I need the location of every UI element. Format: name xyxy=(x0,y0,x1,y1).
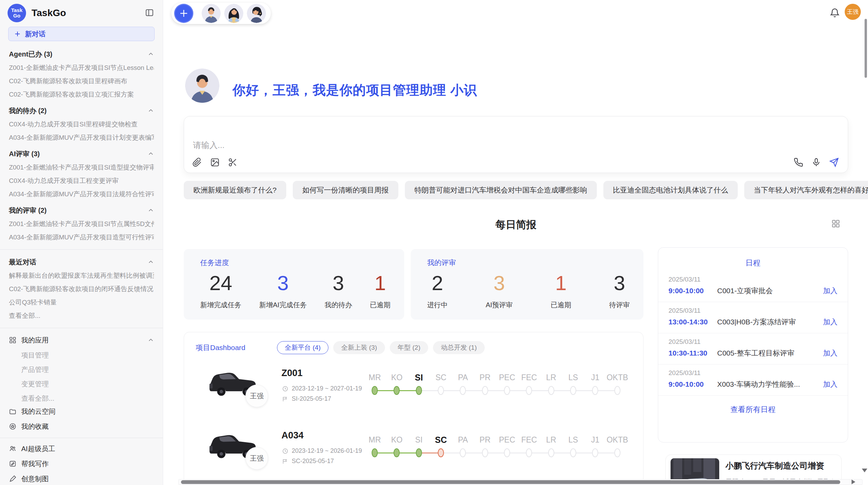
section-agent-done[interactable]: Agent已办 (3) xyxy=(9,50,154,58)
milestone-lr: LR xyxy=(540,433,562,459)
divider xyxy=(0,249,163,250)
project-date-range: 2023-12-19 ~ 2027-01-19 xyxy=(292,385,362,392)
project-dashboard-card: 项目Dashboard 全新平台 (4) 全新上装 (3) 年型 (2) 动总开… xyxy=(184,332,643,485)
milestone-label: FEC xyxy=(518,433,540,447)
cloud-space-label: 我的云空间 xyxy=(21,407,56,416)
tab-powertrain[interactable]: 动总开发 (1) xyxy=(433,341,485,354)
sidebar-item[interactable]: C02-飞腾新能源轻客改款项目里程碑画布 xyxy=(9,77,154,85)
section-recent-chats[interactable]: 最近对话 xyxy=(9,258,154,266)
sidebar-item[interactable]: C02-飞腾新能源轻客改款项目立项汇报方案 xyxy=(9,91,154,98)
sidebar-item[interactable]: C0X4-动力总成开发项目工程变更评审 xyxy=(9,177,154,185)
input-tools-left xyxy=(192,158,238,167)
user-avatar[interactable]: 王强 xyxy=(845,4,861,20)
agent-avatar-2[interactable] xyxy=(224,4,243,23)
join-button[interactable]: 加入 xyxy=(823,348,837,358)
sidebar-item[interactable]: C0X4-动力总成开发项目SI里程碑提交物检查 xyxy=(9,121,154,128)
recent-chat-item[interactable]: 公司Q3轻卡销量 xyxy=(9,299,154,306)
send-icon[interactable] xyxy=(829,158,839,167)
recent-chat-item[interactable]: 查看全部... xyxy=(9,312,154,320)
taskgo-logo: Task Go xyxy=(8,4,26,22)
notification-bell-icon[interactable] xyxy=(830,8,840,18)
horizontal-scrollbar-thumb[interactable] xyxy=(181,480,840,484)
app-title: TaskGo xyxy=(32,8,66,18)
card-title: 我的评审 xyxy=(427,258,630,268)
tab-new-body[interactable]: 全新上装 (3) xyxy=(333,341,385,354)
new-chat-label: 新对话 xyxy=(25,29,46,39)
agent-avatar-3[interactable] xyxy=(247,4,266,23)
app-item-product-mgmt[interactable]: 产品管理 xyxy=(21,366,154,373)
scroll-right-arrow[interactable] xyxy=(852,480,855,484)
milestone-node xyxy=(592,386,598,395)
join-button[interactable]: 加入 xyxy=(823,317,837,327)
schedule-time: 9:00-10:00 xyxy=(668,287,717,295)
sidebar-item[interactable]: Z001-全新燃油轻卡产品开发项目SI造型提交物评审 xyxy=(9,164,154,171)
section-my-todo[interactable]: 我的待办 (2) xyxy=(9,107,154,115)
project-row-a034[interactable]: 王强 A034 2023-12-19 ~ 2026-01-19 SC-2025-… xyxy=(184,422,643,484)
sidebar-item[interactable]: Z001-全新燃油皮卡产品开发项目SI节点Lesson Learn报告 xyxy=(9,64,154,72)
collapse-sidebar-icon[interactable] xyxy=(145,8,154,17)
recent-chat-item[interactable]: C02-飞腾新能源轻客改款项目的闭环通告反馈情况 xyxy=(9,285,154,293)
join-button[interactable]: 加入 xyxy=(823,380,837,389)
add-agent-button[interactable] xyxy=(174,4,193,23)
milestone-label: PR xyxy=(474,433,496,447)
logo-line2: Go xyxy=(13,13,21,18)
milestone-label: OKTB xyxy=(606,433,628,447)
scroll-down-arrow[interactable] xyxy=(862,469,867,472)
horizontal-scrollbar[interactable] xyxy=(178,479,863,485)
microphone-icon[interactable] xyxy=(811,158,821,167)
suggestion-chip[interactable]: 比亚迪全固态电池计划具体说了什么 xyxy=(603,181,738,199)
project-row-z001[interactable]: 王强 Z001 2023-12-19 ~ 2027-01-19 SI-2025-… xyxy=(184,360,643,422)
sidebar-item-my-apps[interactable]: 我的应用 xyxy=(9,336,154,345)
milestone-label: LS xyxy=(562,371,584,384)
project-code: Z001 xyxy=(281,368,303,378)
section-ai-review[interactable]: AI评审 (3) xyxy=(9,150,154,158)
sidebar-item-ai-staff[interactable]: AI超级员工 xyxy=(9,444,154,453)
suggestion-chip[interactable]: 欧洲新规最近颁布了什么? xyxy=(184,181,286,199)
app-item-change-mgmt[interactable]: 变更管理 xyxy=(21,380,154,388)
app-item-view-all[interactable]: 查看全部... xyxy=(21,395,154,402)
flag-icon xyxy=(282,458,288,464)
sidebar-item-creative-draw[interactable]: 创意制图 xyxy=(9,474,154,483)
project-dates: 2023-12-19 ~ 2026-01-19 xyxy=(282,447,362,455)
project-owner-badge: 王强 xyxy=(245,385,268,407)
stat-value: 2 xyxy=(427,270,448,297)
plus-icon xyxy=(14,30,21,37)
suggestion-chip[interactable]: 当下年轻人对汽车外观有怎样的喜好趋势 xyxy=(744,181,868,199)
milestone-node xyxy=(460,448,466,457)
daily-briefing-title: 每日简报 xyxy=(184,218,848,232)
sidebar-item[interactable]: Z001-全新燃油轻卡产品开发项目SI节点属性5D文件评审 xyxy=(9,220,154,228)
sidebar-item[interactable]: A034-全新新能源MUV产品开发项目法规符合性评审 xyxy=(9,190,154,198)
section-my-review[interactable]: 我的评审 (2) xyxy=(9,206,154,214)
sidebar-item[interactable]: A034-全新新能源MUV产品开发项目造型可行性评审 xyxy=(9,234,154,241)
milestone-ko: KO xyxy=(386,433,408,459)
phone-icon[interactable] xyxy=(794,158,803,167)
tab-year-model[interactable]: 年型 (2) xyxy=(390,341,429,354)
sidebar-item[interactable]: A034-全新新能源MUV产品开发项目计划变更表编写 xyxy=(9,134,154,141)
vertical-scrollbar-thumb[interactable] xyxy=(865,19,867,78)
sidebar-item-favorites[interactable]: 我的收藏 xyxy=(9,422,154,431)
app-item-project-mgmt[interactable]: 项目管理 xyxy=(21,351,154,359)
milestone-label: J1 xyxy=(584,371,606,384)
attachment-icon[interactable] xyxy=(192,158,202,167)
sidebar-item-help-write[interactable]: 帮我写作 xyxy=(9,459,154,468)
chat-input[interactable]: 请输入... xyxy=(184,116,848,173)
stat-label: 待评审 xyxy=(609,300,630,310)
write-icon xyxy=(9,460,16,468)
stat-label: 新增完成任务 xyxy=(200,300,241,310)
join-button[interactable]: 加入 xyxy=(823,286,837,296)
milestone-node xyxy=(570,386,576,395)
suggestion-chip[interactable]: 特朗普可能对进口汽车增税会对中国车企造成哪些影响 xyxy=(405,181,597,199)
milestone-pr: PR xyxy=(474,371,496,397)
tab-new-platform[interactable]: 全新平台 (4) xyxy=(277,341,329,354)
agent-avatar-1[interactable] xyxy=(202,4,221,23)
scissors-icon[interactable] xyxy=(228,158,238,167)
view-all-schedule-link[interactable]: 查看所有日程 xyxy=(658,396,848,415)
recent-chat-item[interactable]: 解释最新出台的欧盟报废车法规再生塑料比例被调至15%... xyxy=(9,272,154,279)
layout-grid-icon[interactable] xyxy=(831,219,840,228)
image-icon[interactable] xyxy=(210,158,220,167)
new-chat-button[interactable]: 新对话 xyxy=(8,27,155,41)
sidebar-item-cloud-space[interactable]: 我的云空间 xyxy=(9,407,154,416)
milestone-label: FEC xyxy=(518,371,540,384)
suggestion-chip[interactable]: 如何写一份清晰的项目周报 xyxy=(293,181,398,199)
creative-draw-label: 创意制图 xyxy=(21,474,49,483)
